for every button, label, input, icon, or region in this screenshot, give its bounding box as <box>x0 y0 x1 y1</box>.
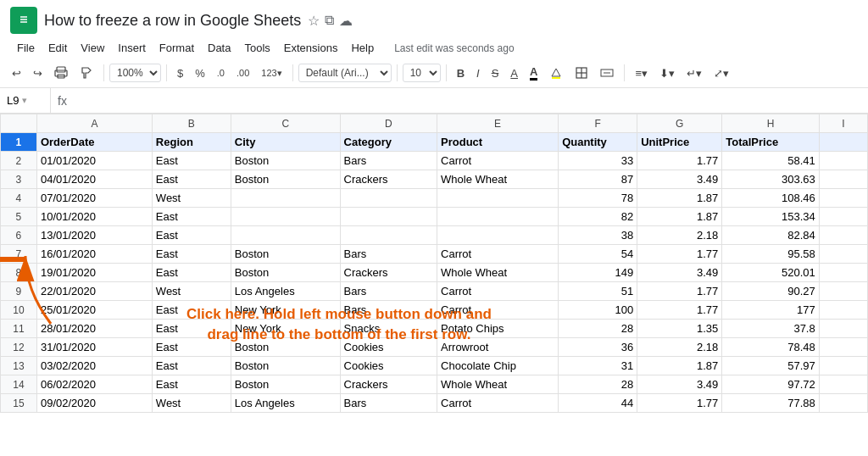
cell-region-9[interactable]: West <box>152 282 231 301</box>
corner-cell[interactable] <box>1 114 37 133</box>
row-num-2[interactable]: 2 <box>1 152 37 170</box>
cell-category-3[interactable]: Crackers <box>340 170 437 189</box>
cell-region-8[interactable]: East <box>152 264 231 282</box>
italic-button[interactable]: I <box>471 64 485 83</box>
cell-city-5[interactable] <box>231 208 340 226</box>
cell-total-2[interactable]: 58.41 <box>722 152 819 170</box>
cell-empty-14[interactable] <box>819 375 867 394</box>
slides-icon[interactable]: ⧉ <box>325 13 334 28</box>
rotate-button[interactable]: ⤢▾ <box>709 64 734 83</box>
cell-total-8[interactable]: 520.01 <box>722 264 819 282</box>
cell-region-3[interactable]: East <box>152 170 231 189</box>
redo-button[interactable]: ↪ <box>28 64 47 83</box>
cell-date-13[interactable]: 03/02/2020 <box>36 357 152 375</box>
cell-product-7[interactable]: Carrot <box>437 245 559 264</box>
header-orderdate[interactable]: OrderDate <box>36 133 152 152</box>
cell-date-4[interactable]: 07/01/2020 <box>36 189 152 208</box>
cell-category-2[interactable]: Bars <box>340 152 437 170</box>
menu-extensions[interactable]: Extensions <box>277 39 345 57</box>
cell-qty-5[interactable]: 82 <box>559 208 637 226</box>
cell-price-4[interactable]: 1.87 <box>637 189 722 208</box>
cell-empty-9[interactable] <box>819 282 867 301</box>
header-city[interactable]: City <box>231 133 340 152</box>
cell-date-8[interactable]: 19/01/2020 <box>36 264 152 282</box>
cell-category-6[interactable] <box>340 226 437 245</box>
wrap-button[interactable]: ↵▾ <box>682 64 707 83</box>
cell-empty-2[interactable] <box>819 152 867 170</box>
cell-price-2[interactable]: 1.77 <box>637 152 722 170</box>
align-button[interactable]: ≡▾ <box>630 64 653 83</box>
formula-input[interactable] <box>74 94 868 107</box>
zoom-select[interactable]: 100% 75% 125% <box>109 64 161 82</box>
col-header-B[interactable]: B <box>152 114 231 133</box>
cell-qty-9[interactable]: 51 <box>559 282 637 301</box>
cell-total-13[interactable]: 57.97 <box>722 357 819 375</box>
cell-region-6[interactable]: East <box>152 226 231 245</box>
decimal-decrease-button[interactable]: .0 <box>212 64 230 81</box>
cell-product-15[interactable]: Carrot <box>437 394 559 413</box>
cell-empty-7[interactable] <box>819 245 867 264</box>
cell-city-3[interactable]: Boston <box>231 170 340 189</box>
cell-city-6[interactable] <box>231 226 340 245</box>
cell-city-7[interactable]: Boston <box>231 245 340 264</box>
borders-button[interactable] <box>570 63 593 83</box>
cell-empty-6[interactable] <box>819 226 867 245</box>
cell-qty-11[interactable]: 28 <box>559 320 637 338</box>
freeze-drag-handle[interactable] <box>0 257 25 262</box>
cell-price-15[interactable]: 1.77 <box>637 394 722 413</box>
row-num-14[interactable]: 14 <box>1 375 37 394</box>
menu-help[interactable]: Help <box>344 39 381 57</box>
menu-format[interactable]: Format <box>153 39 201 57</box>
cell-region-5[interactable]: East <box>152 208 231 226</box>
cell-city-15[interactable]: Los Angeles <box>231 394 340 413</box>
header-quantity[interactable]: Quantity <box>559 133 637 152</box>
cell-total-4[interactable]: 108.46 <box>722 189 819 208</box>
cell-total-11[interactable]: 37.8 <box>722 320 819 338</box>
cell-qty-8[interactable]: 149 <box>559 264 637 282</box>
row-num-10[interactable]: 10 <box>1 301 37 320</box>
cell-city-8[interactable]: Boston <box>231 264 340 282</box>
paint-format-button[interactable] <box>75 63 98 83</box>
cell-price-6[interactable]: 2.18 <box>637 226 722 245</box>
cell-price-10[interactable]: 1.77 <box>637 301 722 320</box>
cell-price-7[interactable]: 1.77 <box>637 245 722 264</box>
cell-date-14[interactable]: 06/02/2020 <box>36 375 152 394</box>
cell-qty-2[interactable]: 33 <box>559 152 637 170</box>
cell-region-7[interactable]: East <box>152 245 231 264</box>
cell-date-5[interactable]: 10/01/2020 <box>36 208 152 226</box>
cell-empty-3[interactable] <box>819 170 867 189</box>
currency-button[interactable]: $ <box>172 64 188 83</box>
cell-category-9[interactable]: Bars <box>340 282 437 301</box>
font-size-select[interactable]: 10 11 12 <box>403 64 441 82</box>
cell-empty-4[interactable] <box>819 189 867 208</box>
cell-region-14[interactable]: East <box>152 375 231 394</box>
col-header-G[interactable]: G <box>637 114 722 133</box>
header-totalprice[interactable]: TotalPrice <box>722 133 819 152</box>
col-header-E[interactable]: E <box>437 114 559 133</box>
cell-qty-7[interactable]: 54 <box>559 245 637 264</box>
decimal-increase-button[interactable]: .00 <box>231 64 254 81</box>
row-num-11[interactable]: 11 <box>1 320 37 338</box>
cell-total-3[interactable]: 303.63 <box>722 170 819 189</box>
cell-product-14[interactable]: Whole Wheat <box>437 375 559 394</box>
text-color-button[interactable]: A <box>525 62 542 84</box>
cell-product-13[interactable]: Chocolate Chip <box>437 357 559 375</box>
cell-date-3[interactable]: 04/01/2020 <box>36 170 152 189</box>
cell-price-5[interactable]: 1.87 <box>637 208 722 226</box>
menu-data[interactable]: Data <box>201 39 237 57</box>
cell-qty-6[interactable]: 38 <box>559 226 637 245</box>
cell-city-14[interactable]: Boston <box>231 375 340 394</box>
cell-total-9[interactable]: 90.27 <box>722 282 819 301</box>
cell-total-15[interactable]: 77.88 <box>722 394 819 413</box>
fill-color-button[interactable] <box>544 63 568 83</box>
cell-empty-10[interactable] <box>819 301 867 320</box>
cell-total-6[interactable]: 82.84 <box>722 226 819 245</box>
col-header-I[interactable]: I <box>819 114 867 133</box>
cell-qty-12[interactable]: 36 <box>559 338 637 357</box>
cell-qty-13[interactable]: 31 <box>559 357 637 375</box>
cell-price-9[interactable]: 1.77 <box>637 282 722 301</box>
row-num-6[interactable]: 6 <box>1 226 37 245</box>
cell-empty-11[interactable] <box>819 320 867 338</box>
row-num-1[interactable]: 1 <box>1 133 37 152</box>
cell-city-2[interactable]: Boston <box>231 152 340 170</box>
